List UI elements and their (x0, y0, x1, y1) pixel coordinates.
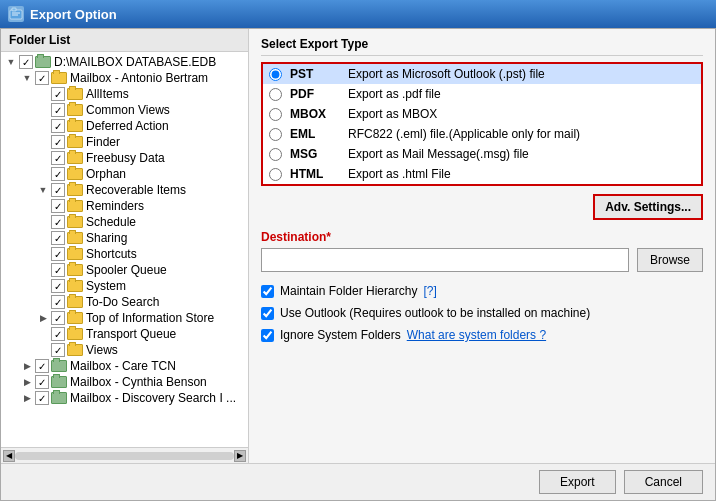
tree-expander[interactable]: ▼ (21, 72, 33, 84)
use-outlook-checkbox[interactable] (261, 307, 274, 320)
folder-tree[interactable]: ▼D:\MAILBOX DATABASE.EDB▼Mailbox - Anton… (1, 52, 248, 447)
export-radio-mbox[interactable] (269, 108, 282, 121)
horizontal-scrollbar[interactable]: ◀ ▶ (1, 447, 248, 463)
folder-checkbox[interactable] (51, 343, 65, 357)
tree-item[interactable]: AllItems (1, 86, 248, 102)
folder-checkbox[interactable] (51, 263, 65, 277)
folder-checkbox[interactable] (51, 279, 65, 293)
folder-panel-header: Folder List (1, 29, 248, 52)
system-folders-help-link[interactable]: What are system folders ? (407, 328, 546, 342)
folder-icon (67, 248, 83, 260)
tree-expander[interactable]: ▶ (21, 376, 33, 388)
folder-checkbox[interactable] (51, 231, 65, 245)
hierarchy-help-link[interactable]: [?] (423, 284, 436, 298)
folder-checkbox[interactable] (35, 71, 49, 85)
tree-item[interactable]: ▶Mailbox - Cynthia Benson (1, 374, 248, 390)
tree-expander (37, 328, 49, 340)
tree-expander (37, 248, 49, 260)
folder-checkbox[interactable] (35, 359, 49, 373)
tree-item[interactable]: Schedule (1, 214, 248, 230)
folder-checkbox[interactable] (51, 183, 65, 197)
tree-item[interactable]: Sharing (1, 230, 248, 246)
tree-expander (37, 120, 49, 132)
tree-item[interactable]: Orphan (1, 166, 248, 182)
export-type-row-html[interactable]: HTMLExport as .html File (263, 164, 701, 184)
tree-item[interactable]: System (1, 278, 248, 294)
export-radio-pst[interactable] (269, 68, 282, 81)
tree-expander[interactable]: ▶ (21, 392, 33, 404)
tree-item[interactable]: To-Do Search (1, 294, 248, 310)
tree-expander[interactable]: ▶ (21, 360, 33, 372)
folder-checkbox[interactable] (51, 295, 65, 309)
folder-icon (67, 344, 83, 356)
scroll-right-btn[interactable]: ▶ (234, 450, 246, 462)
folder-label: Views (86, 343, 118, 357)
export-type-row-pst[interactable]: PSTExport as Microsoft Outlook (.pst) fi… (263, 64, 701, 84)
title-bar: Export Option (0, 0, 716, 28)
export-type-row-mbox[interactable]: MBOXExport as MBOX (263, 104, 701, 124)
export-radio-eml[interactable] (269, 128, 282, 141)
folder-checkbox[interactable] (51, 247, 65, 261)
export-type-row-msg[interactable]: MSGExport as Mail Message(.msg) file (263, 144, 701, 164)
tree-item[interactable]: ▼D:\MAILBOX DATABASE.EDB (1, 54, 248, 70)
folder-checkbox[interactable] (51, 327, 65, 341)
folder-label: Mailbox - Antonio Bertram (70, 71, 208, 85)
scroll-left-btn[interactable]: ◀ (3, 450, 15, 462)
tree-item[interactable]: ▼Recoverable Items (1, 182, 248, 198)
export-radio-msg[interactable] (269, 148, 282, 161)
folder-checkbox[interactable] (35, 391, 49, 405)
folder-checkbox[interactable] (51, 311, 65, 325)
tree-expander[interactable]: ▶ (37, 312, 49, 324)
folder-checkbox[interactable] (51, 87, 65, 101)
folder-checkbox[interactable] (51, 135, 65, 149)
ignore-system-checkbox[interactable] (261, 329, 274, 342)
folder-label: Spooler Queue (86, 263, 167, 277)
tree-item[interactable]: Common Views (1, 102, 248, 118)
folder-checkbox[interactable] (51, 199, 65, 213)
folder-checkbox[interactable] (51, 119, 65, 133)
folder-icon (67, 328, 83, 340)
folder-checkbox[interactable] (35, 375, 49, 389)
destination-input[interactable] (261, 248, 629, 272)
tree-item[interactable]: Finder (1, 134, 248, 150)
folder-label: Sharing (86, 231, 127, 245)
export-radio-pdf[interactable] (269, 88, 282, 101)
tree-item[interactable]: ▶Top of Information Store (1, 310, 248, 326)
tree-item[interactable]: Freebusy Data (1, 150, 248, 166)
maintain-hierarchy-label: Maintain Folder Hierarchy (280, 284, 417, 298)
export-type-row-pdf[interactable]: PDFExport as .pdf file (263, 84, 701, 104)
export-button[interactable]: Export (539, 470, 616, 494)
export-type-name-eml: EML (290, 127, 340, 141)
tree-item[interactable]: ▶Mailbox - Discovery Search I ... (1, 390, 248, 406)
tree-item[interactable]: Reminders (1, 198, 248, 214)
export-type-row-eml[interactable]: EMLRFC822 (.eml) file.(Applicable only f… (263, 124, 701, 144)
export-radio-html[interactable] (269, 168, 282, 181)
export-type-desc-msg: Export as Mail Message(.msg) file (348, 147, 695, 161)
tree-item[interactable]: ▶Mailbox - Care TCN (1, 358, 248, 374)
folder-label: D:\MAILBOX DATABASE.EDB (54, 55, 216, 69)
folder-panel: Folder List ▼D:\MAILBOX DATABASE.EDB▼Mai… (1, 29, 249, 463)
tree-item[interactable]: Views (1, 342, 248, 358)
folder-checkbox[interactable] (51, 167, 65, 181)
tree-item[interactable]: Spooler Queue (1, 262, 248, 278)
folder-icon (35, 56, 51, 68)
browse-button[interactable]: Browse (637, 248, 703, 272)
tree-expander[interactable]: ▼ (37, 184, 49, 196)
tree-expander (37, 264, 49, 276)
folder-checkbox[interactable] (51, 103, 65, 117)
tree-item[interactable]: Deferred Action (1, 118, 248, 134)
cancel-button[interactable]: Cancel (624, 470, 703, 494)
tree-expander (37, 136, 49, 148)
adv-settings-button[interactable]: Adv. Settings... (593, 194, 703, 220)
tree-expander (37, 152, 49, 164)
tree-item[interactable]: ▼Mailbox - Antonio Bertram (1, 70, 248, 86)
folder-icon (67, 168, 83, 180)
maintain-hierarchy-checkbox[interactable] (261, 285, 274, 298)
tree-expander[interactable]: ▼ (5, 56, 17, 68)
tree-item[interactable]: Shortcuts (1, 246, 248, 262)
folder-checkbox[interactable] (19, 55, 33, 69)
folder-label: AllItems (86, 87, 129, 101)
folder-checkbox[interactable] (51, 215, 65, 229)
tree-item[interactable]: Transport Queue (1, 326, 248, 342)
folder-checkbox[interactable] (51, 151, 65, 165)
